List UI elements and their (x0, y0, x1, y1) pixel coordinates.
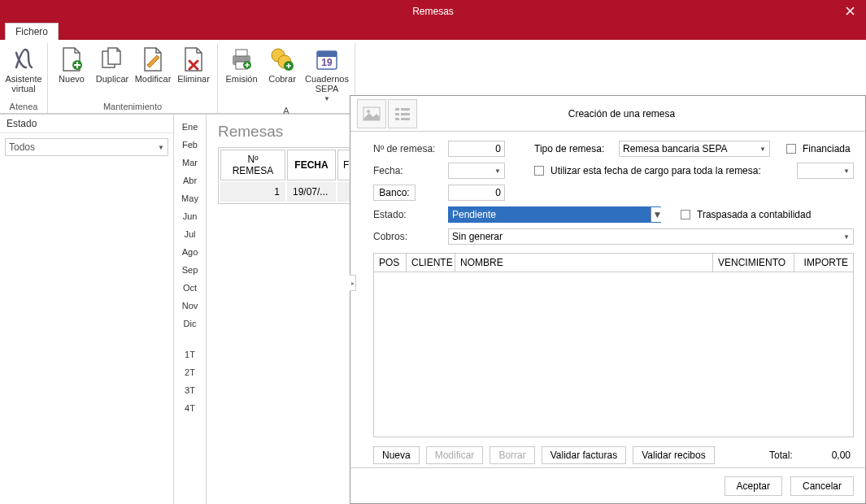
col-num[interactable]: Nº REMESA (220, 150, 285, 180)
col-importe[interactable]: IMPORTE (794, 254, 853, 272)
month-oct[interactable]: Oct (183, 279, 197, 297)
image-tool-icon[interactable] (357, 99, 386, 128)
traspasada-label: Traspasada a contabilidad (697, 209, 811, 220)
svg-rect-16 (401, 113, 410, 115)
close-button[interactable] (833, 0, 866, 21)
month-mar[interactable]: Mar (182, 154, 198, 172)
banco-button[interactable]: Banco: (373, 185, 416, 201)
chevron-down-icon: ▼ (651, 207, 664, 222)
svg-rect-2 (236, 50, 247, 56)
assistant-button[interactable]: Asistente virtual (3, 45, 44, 95)
group-label-atenea: Atenea (3, 100, 44, 113)
close-icon (846, 7, 855, 15)
create-remesa-dialog: ▸ Creación de una remesa Nº de remesa: T… (350, 95, 866, 504)
chevron-down-icon: ▼ (494, 167, 501, 175)
validar-recibos-button[interactable]: Validar recibos (633, 446, 714, 464)
accept-button[interactable]: Aceptar (725, 476, 782, 496)
quarter-3[interactable]: 3T (185, 381, 195, 399)
table-row[interactable]: 1 19/07/... (220, 182, 371, 202)
col-cliente[interactable]: CLIENTE (407, 254, 455, 272)
svg-rect-9 (317, 51, 337, 57)
detail-grid: POS CLIENTE NOMBRE VENCIMIENTO IMPORTE (373, 253, 854, 437)
estado-select[interactable]: Pendiente▼ (448, 206, 661, 223)
estado-panel: Estado Todos ▼ (0, 114, 174, 504)
month-sep[interactable]: Sep (182, 261, 198, 279)
month-jul[interactable]: Jul (184, 225, 195, 243)
col-nombre[interactable]: NOMBRE (455, 254, 713, 272)
svg-point-12 (367, 110, 370, 113)
svg-rect-15 (395, 113, 399, 115)
list-tool-icon[interactable] (388, 99, 417, 128)
alpha-icon (11, 46, 37, 72)
cargo-date-select[interactable]: ▼ (797, 163, 854, 179)
cancel-button[interactable]: Cancelar (790, 476, 854, 496)
month-may[interactable]: May (181, 189, 198, 207)
month-feb[interactable]: Feb (182, 136, 198, 154)
month-ago[interactable]: Ago (182, 243, 198, 261)
dialog-footer: Aceptar Cancelar (350, 467, 865, 503)
cargo-label: Utilizar esta fecha de cargo para toda l… (550, 165, 761, 176)
validar-facturas-button[interactable]: Validar facturas (542, 446, 626, 464)
num-remesa-input[interactable] (448, 141, 505, 157)
cobrar-button[interactable]: Cobrar (262, 45, 302, 85)
assistant-label: Asistente virtual (5, 74, 41, 93)
chevron-down-icon: ▼ (843, 233, 850, 241)
total-value: 0,00 (832, 450, 851, 461)
dialog-title: Creación de una remesa (419, 108, 825, 119)
grid-body[interactable] (374, 272, 853, 437)
svg-rect-14 (401, 108, 410, 111)
quarter-1[interactable]: 1T (185, 345, 195, 363)
financiada-checkbox[interactable] (786, 144, 796, 154)
coins-icon (269, 46, 295, 72)
quarter-4[interactable]: 4T (185, 399, 195, 417)
traspasada-checkbox[interactable] (681, 210, 690, 219)
month-jun[interactable]: Jun (183, 207, 198, 225)
col-fecha[interactable]: FECHA (287, 150, 336, 180)
grid-header: POS CLIENTE NOMBRE VENCIMIENTO IMPORTE (374, 254, 853, 272)
modificar-button[interactable]: Modificar (133, 45, 173, 85)
calendar-icon: 19 (314, 46, 340, 72)
dialog-toolbar: Creación de una remesa (350, 96, 865, 132)
month-dic[interactable]: Dic (184, 315, 197, 332)
title-bar: Remesas (0, 0, 866, 22)
fecha-label: Fecha: (373, 165, 442, 176)
delete-icon (181, 46, 207, 72)
month-abr[interactable]: Abr (183, 172, 197, 189)
col-pos[interactable]: POS (374, 254, 407, 272)
emision-button[interactable]: Emisión (221, 45, 262, 85)
chevron-down-icon: ▼ (843, 167, 850, 175)
month-nov[interactable]: Nov (182, 297, 198, 315)
tipo-select[interactable]: Remesa bancaria SEPA▼ (619, 141, 770, 157)
cobros-select[interactable]: Sin generar▼ (448, 228, 854, 245)
dialog-body: Nº de remesa: Tipo de remesa: Remesa ban… (350, 132, 865, 467)
svg-text:19: 19 (321, 57, 333, 68)
financiada-label: Financiada (803, 143, 851, 154)
nueva-button[interactable]: Nueva (373, 446, 420, 464)
cobros-label: Cobros: (373, 231, 442, 242)
mod-button[interactable]: Modificar (426, 446, 484, 464)
cargo-checkbox[interactable] (534, 166, 544, 176)
chevron-down-icon: ▼ (759, 146, 766, 153)
edit-icon (140, 46, 166, 72)
fecha-select[interactable]: ▼ (448, 163, 505, 179)
eliminar-button[interactable]: Eliminar (173, 45, 214, 85)
quarter-2[interactable]: 2T (185, 363, 195, 381)
month-ene[interactable]: Ene (182, 118, 198, 136)
estado-header: Estado (0, 115, 173, 133)
nuevo-button[interactable]: Nuevo (51, 45, 92, 85)
chevron-down-icon: ▼ (324, 95, 330, 102)
total-label: Total: (769, 450, 793, 461)
sepa-button[interactable]: 19 Cuadernos SEPA ▼ (302, 45, 351, 104)
duplicar-button[interactable]: Duplicar (92, 45, 133, 85)
group-label-mantenimiento: Mantenimiento (51, 100, 214, 113)
svg-rect-18 (401, 118, 410, 120)
banco-input[interactable] (448, 185, 505, 201)
svg-rect-13 (395, 108, 399, 111)
col-vencimiento[interactable]: VENCIMIENTO (713, 254, 794, 272)
borrar-button[interactable]: Borrar (490, 446, 534, 464)
svg-rect-17 (395, 118, 399, 120)
estado-field-label: Estado: (373, 209, 442, 220)
expand-handle[interactable]: ▸ (350, 275, 356, 291)
tab-fichero[interactable]: Fichero (5, 23, 59, 40)
estado-filter-select[interactable]: Todos ▼ (5, 138, 168, 156)
